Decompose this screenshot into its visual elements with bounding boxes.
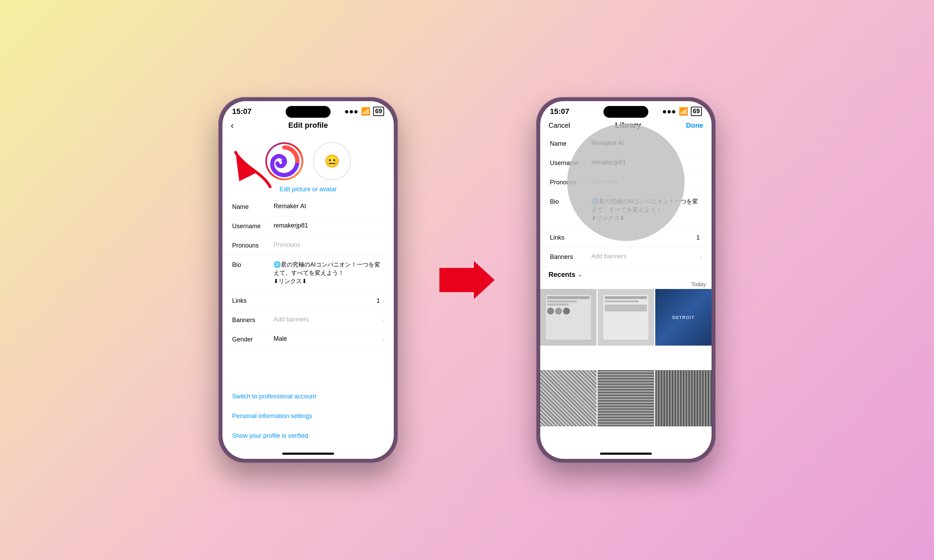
- switch-professional-link[interactable]: Switch to professional account: [222, 387, 394, 406]
- value-username: remakerjp81: [274, 222, 384, 229]
- wifi-icon-left: 📶: [361, 107, 370, 116]
- status-icons-right: ●●● 📶 69: [662, 107, 702, 116]
- value-links-num: 1: [376, 297, 380, 305]
- value-gender: Male: [274, 335, 382, 343]
- photo-cell-5[interactable]: [598, 370, 654, 426]
- home-indicator-right: [600, 452, 652, 455]
- dynamic-island-left: [286, 106, 331, 118]
- middle-arrow-container: [439, 261, 495, 299]
- gender-arrow-icon: ›: [382, 335, 384, 343]
- wifi-icon-right: 📶: [679, 107, 688, 116]
- label-banners: Banners: [232, 316, 274, 324]
- r-value-links-num: 1: [697, 233, 700, 242]
- label-username: Username: [232, 222, 274, 230]
- signal-icon-right: ●●●: [662, 107, 676, 116]
- verified-link[interactable]: Show your profile is verified: [222, 426, 394, 446]
- label-pronouns: Pronouns: [232, 242, 274, 249]
- r-field-banners[interactable]: Banners Add banners ›: [540, 247, 712, 266]
- value-bio: 🌐君の究極のAIコンパニオン！一つを変えて、すべてを変えよう！⬇リンクス⬇: [274, 261, 384, 285]
- photo-cell-2[interactable]: [598, 289, 654, 345]
- r-value-banners: Add banners: [591, 253, 700, 260]
- banners-arrow-icon: ›: [382, 316, 384, 324]
- value-banners: Add banners: [274, 316, 382, 323]
- r-label-links: Links: [550, 233, 591, 242]
- cancel-button[interactable]: Cancel: [549, 122, 570, 129]
- right-phone: 15:07 ●●● 📶 69 Cancel Library Done Name …: [536, 97, 716, 463]
- recents-chevron-icon[interactable]: ⌄: [578, 271, 582, 278]
- value-name: Remaker AI: [274, 203, 384, 210]
- time-right: 15:07: [550, 107, 569, 116]
- recents-label: Recents: [549, 271, 575, 278]
- middle-arrow: [439, 261, 495, 299]
- svg-marker-3: [439, 261, 495, 299]
- annotation-arrow-left: [215, 132, 284, 194]
- photo-cell-4[interactable]: [540, 370, 596, 426]
- links-arrow-icon: ›: [382, 297, 384, 305]
- label-links: Links: [232, 297, 274, 305]
- r-label-banners: Banners: [550, 253, 591, 261]
- photo-grid: DETROIT: [540, 289, 712, 450]
- recents-header: Recents ⌄: [540, 266, 712, 282]
- fields-with-overlay: Name Remaker AI Username remakerjp81 Pro…: [540, 134, 712, 266]
- section-links: Switch to professional account Personal …: [222, 383, 394, 450]
- label-name: Name: [232, 203, 274, 211]
- left-phone: 15:07 ●●● 📶 69 ‹ Edit profile: [218, 97, 398, 463]
- status-icons-left: ●●● 📶 69: [344, 107, 384, 116]
- label-bio: Bio: [232, 261, 274, 269]
- field-bio[interactable]: Bio 🌐君の究極のAIコンパニオン！一つを変えて、すべてを変えよう！⬇リンクス…: [222, 255, 394, 291]
- time-left: 15:07: [232, 107, 251, 116]
- back-button-left[interactable]: ‹: [231, 120, 234, 131]
- today-label: Today: [540, 282, 712, 288]
- battery-icon-left: 69: [373, 107, 384, 116]
- field-gender[interactable]: Gender Male ›: [222, 330, 394, 349]
- photo-cell-1[interactable]: [540, 289, 596, 345]
- fields-left: Name Remaker AI Username remakerjp81 Pro…: [222, 197, 394, 383]
- label-gender: Gender: [232, 335, 274, 343]
- field-banners[interactable]: Banners Add banners ›: [222, 311, 394, 330]
- home-indicator-left: [282, 452, 334, 455]
- field-username[interactable]: Username remakerjp81: [222, 217, 394, 236]
- scene: 15:07 ●●● 📶 69 ‹ Edit profile: [218, 97, 716, 463]
- personal-info-link[interactable]: Personal information settings: [222, 406, 394, 426]
- signal-icon-left: ●●●: [344, 107, 358, 116]
- dynamic-island-right: [603, 106, 648, 118]
- done-button[interactable]: Done: [686, 122, 703, 129]
- library-content: Recents ⌄ Today: [540, 266, 712, 450]
- photo-cell-6[interactable]: [655, 370, 712, 426]
- battery-icon-right: 69: [691, 107, 702, 116]
- photo-cell-3[interactable]: DETROIT: [655, 289, 712, 345]
- field-links[interactable]: Links 1 ›: [222, 291, 394, 311]
- field-name[interactable]: Name Remaker AI: [222, 197, 394, 217]
- field-pronouns[interactable]: Pronouns Pronouns: [222, 236, 394, 255]
- photo-picker-overlay: [567, 124, 684, 241]
- page-title-left: Edit profile: [288, 121, 328, 130]
- right-phone-inner: 15:07 ●●● 📶 69 Cancel Library Done Name …: [540, 101, 712, 459]
- avatar-placeholder[interactable]: 😐: [313, 142, 351, 180]
- r-banners-arrow-icon: ›: [700, 253, 702, 261]
- value-pronouns: Pronouns: [274, 242, 384, 249]
